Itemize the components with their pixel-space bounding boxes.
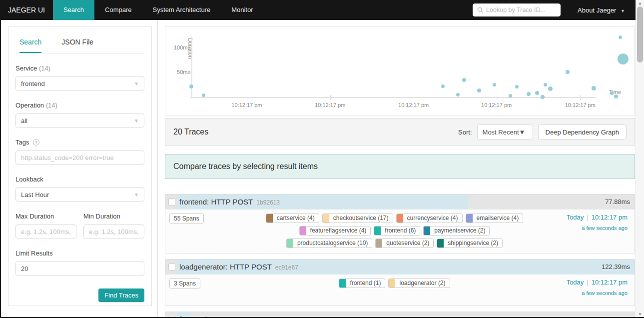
trace-scatter-point[interactable] [614,94,618,98]
service-color-swatch [397,214,403,222]
trace-title-wrap: frontend: HTTP POST066341b [177,312,635,318]
date-separator: | [584,214,591,221]
trace-title-link[interactable]: loadgenerator: HTTP POSTec91e67122.39ms [177,260,635,274]
trace-date-link[interactable]: Today [567,278,584,286]
tags-field [15,150,144,164]
scrollbar-thumb[interactable] [637,6,643,62]
trace-result-item: loadgenerator: HTTP POSTec91e67122.39ms3… [165,259,635,306]
trace-lookup-box[interactable] [473,4,561,16]
trace-scatter-point[interactable] [592,86,596,90]
trace-scatter-point[interactable] [619,36,622,39]
trace-time-column: Today|10:12:17 pma few seconds ago [541,214,630,248]
min-duration-input[interactable] [89,228,139,236]
nav-item-system-architecture[interactable]: System Architecture [142,0,221,20]
trace-scatter-point[interactable] [541,95,545,99]
y-tick-mark [189,48,192,48]
lookback-group: Lookback Last Hour ▼ [15,176,144,202]
trace-id: ec91e67 [275,264,298,271]
trace-result-header[interactable]: loadgenerator: HTTP POSTec91e67122.39ms [165,260,635,274]
service-tag-label: shippingservice (2) [444,239,502,248]
service-color-swatch [323,214,329,222]
service-tag: quoteservice (2) [375,238,434,248]
about-jaeger-menu[interactable]: About Jaeger ▼ [578,6,625,14]
trace-title-link[interactable]: frontend: HTTP POST066341b3.55ms [177,312,635,318]
results-header: 20 Traces Sort: Most Recent ▼ Deep Depen… [165,118,635,146]
nav-item-monitor[interactable]: Monitor [221,0,263,20]
lookback-select[interactable]: Last Hour ▼ [15,188,144,202]
top-nav: JAEGER UI SearchCompareSystem Architectu… [1,0,644,20]
trace-result-item: frontend: HTTP POST066341b3.55ms [165,312,635,318]
trace-scatter-point[interactable] [462,78,466,82]
trace-count: 20 Traces [173,128,208,136]
trace-result-header[interactable]: frontend: HTTP POST1b9261377.88ms [165,194,635,210]
service-tag-label: emailservice (4) [473,214,523,222]
chevron-down-icon: ▼ [134,192,139,198]
trace-title-link[interactable]: frontend: HTTP POST1b9261377.88ms [177,194,635,210]
tab-json-file[interactable]: JSON File [61,38,93,53]
limit-input[interactable] [21,265,139,272]
operation-value: all [21,117,27,124]
search-icon [477,7,483,13]
service-value: frontend [21,80,45,88]
tab-search[interactable]: Search [19,38,41,53]
help-icon[interactable]: ? [33,139,39,146]
trace-result-body: 55 Spanscartservice (4)checkoutservice (… [165,210,635,253]
trace-time-link[interactable]: 10:12:17 pm [592,214,628,221]
x-tick-label: 10:12:17 pm [308,102,353,108]
x-tick-label: 10:12:17 pm [224,102,269,108]
trace-select-checkbox[interactable] [168,198,175,206]
find-traces-button[interactable]: Find Traces [98,288,144,302]
trace-scatter-point[interactable] [493,83,496,86]
nav-item-compare[interactable]: Compare [94,0,142,20]
trace-results-list: frontend: HTTP POST1b9261377.88ms55 Span… [165,194,635,318]
trace-select-checkbox[interactable] [168,316,175,318]
service-tags: cartservice (4)checkoutservice (17)curre… [255,214,535,248]
deep-dependency-graph-button[interactable]: Deep Dependency Graph [538,124,627,140]
min-duration-label: Min Duration [83,212,144,220]
service-tag-label: featureflagservice (4) [306,226,371,235]
trace-scatter-point[interactable] [618,54,629,64]
span-count-column: 3 Spans [169,278,248,300]
trace-scatter-point[interactable] [456,93,460,96]
trace-scatter-point[interactable] [441,84,445,88]
chevron-down-icon: ▼ [621,8,625,14]
max-duration-input[interactable] [21,228,71,236]
tags-input[interactable] [21,154,139,162]
sidebar-tabs: SearchJSON File [15,33,144,54]
trace-scatter-point[interactable] [189,84,193,88]
trace-select-checkbox[interactable] [168,264,175,270]
nav-item-search[interactable]: Search [53,0,94,20]
trace-date-link[interactable]: Today [567,214,584,221]
scroll-up-icon[interactable]: ▲ [636,0,644,7]
trace-scatter-point[interactable] [548,86,553,91]
scroll-down-icon[interactable]: ▼ [636,311,644,318]
trace-scatter-point[interactable] [544,83,547,86]
trace-result-header[interactable]: frontend: HTTP POST066341b3.55ms [165,312,635,318]
trace-scatter-point[interactable] [477,88,481,92]
trace-scatter-point[interactable] [527,92,531,96]
service-color-swatch [374,226,381,235]
operation-select[interactable]: all ▼ [15,114,144,128]
min-duration-field [83,224,144,238]
service-color-swatch [339,279,346,288]
trace-scatter-point[interactable] [535,91,539,95]
trace-scatter-point[interactable] [515,85,519,88]
trace-scatter-point[interactable] [610,92,614,95]
trace-scatter-point[interactable] [509,94,512,98]
x-tick-mark [497,95,497,100]
service-tag: emailservice (4) [466,214,524,223]
service-tag: paymentservice (2) [423,226,490,236]
trace-scatter-point[interactable] [566,70,570,74]
sort-select[interactable]: Most Recent ▼ [477,124,533,140]
service-tag-label: frontend (6) [381,226,420,235]
lookback-label: Lookback [15,176,144,183]
lookback-value: Last Hour [21,191,49,198]
span-count-column: 55 Spans [169,214,248,248]
trace-lookup-input[interactable] [486,6,556,14]
service-select[interactable]: frontend ▼ [15,76,144,90]
limit-label: Limit Results [15,250,144,257]
scrollbar[interactable]: ▲ ▼ [636,0,644,318]
trace-time-column: Today|10:12:17 pma few seconds ago [541,278,630,300]
trace-time-link[interactable]: 10:12:17 pm [592,278,628,286]
trace-scatter-point[interactable] [202,94,205,97]
